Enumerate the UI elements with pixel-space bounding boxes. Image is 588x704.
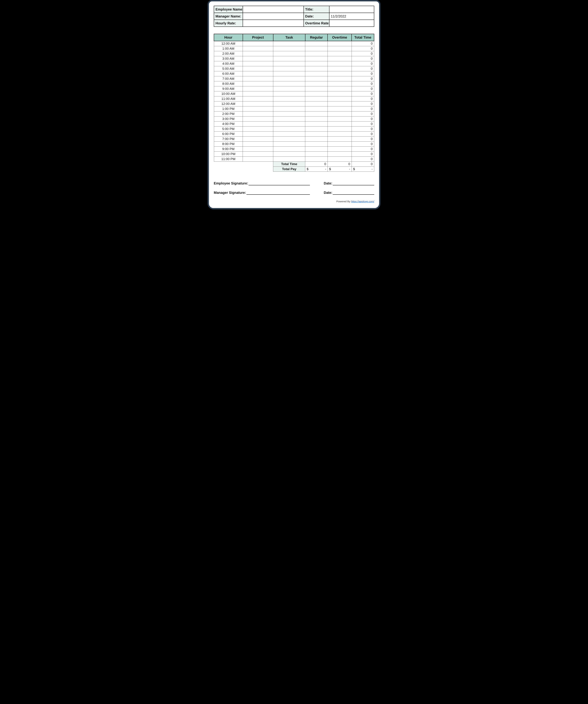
cell-task[interactable]: [273, 81, 305, 86]
cell-overtime[interactable]: [328, 61, 351, 66]
cell-project[interactable]: [243, 146, 273, 152]
emp-sign-line[interactable]: [249, 181, 310, 185]
cell-overtime[interactable]: [328, 131, 351, 136]
cell-regular[interactable]: [305, 81, 328, 86]
mgr-sign-date-line[interactable]: [333, 190, 374, 195]
cell-project[interactable]: [243, 101, 273, 106]
cell-task[interactable]: [273, 56, 305, 61]
cell-regular[interactable]: [305, 76, 328, 81]
cell-overtime[interactable]: [328, 46, 351, 51]
cell-overtime[interactable]: [328, 136, 351, 141]
cell-project[interactable]: [243, 116, 273, 121]
cell-project[interactable]: [243, 56, 273, 61]
cell-overtime[interactable]: [328, 126, 351, 131]
cell-regular[interactable]: [305, 71, 328, 76]
cell-project[interactable]: [243, 136, 273, 141]
emp-name-value[interactable]: [243, 6, 304, 13]
cell-task[interactable]: [273, 61, 305, 66]
cell-project[interactable]: [243, 131, 273, 136]
cell-regular[interactable]: [305, 56, 328, 61]
cell-regular[interactable]: [305, 152, 328, 157]
cell-overtime[interactable]: [328, 66, 351, 71]
cell-regular[interactable]: [305, 111, 328, 116]
cell-task[interactable]: [273, 131, 305, 136]
cell-task[interactable]: [273, 91, 305, 96]
cell-overtime[interactable]: [328, 96, 351, 101]
cell-regular[interactable]: [305, 121, 328, 126]
cell-regular[interactable]: [305, 116, 328, 121]
cell-task[interactable]: [273, 41, 305, 46]
cell-task[interactable]: [273, 51, 305, 56]
emp-sign-date-line[interactable]: [333, 181, 374, 185]
cell-overtime[interactable]: [328, 146, 351, 152]
cell-task[interactable]: [273, 146, 305, 152]
cell-regular[interactable]: [305, 141, 328, 146]
cell-task[interactable]: [273, 71, 305, 76]
cell-project[interactable]: [243, 86, 273, 91]
cell-regular[interactable]: [305, 46, 328, 51]
cell-regular[interactable]: [305, 86, 328, 91]
cell-task[interactable]: [273, 126, 305, 131]
cell-regular[interactable]: [305, 136, 328, 141]
cell-project[interactable]: [243, 71, 273, 76]
cell-overtime[interactable]: [328, 157, 351, 162]
cell-regular[interactable]: [305, 41, 328, 46]
cell-project[interactable]: [243, 96, 273, 101]
cell-regular[interactable]: [305, 51, 328, 56]
cell-project[interactable]: [243, 141, 273, 146]
cell-project[interactable]: [243, 61, 273, 66]
cell-task[interactable]: [273, 116, 305, 121]
cell-overtime[interactable]: [328, 106, 351, 111]
date-value[interactable]: 11/2/2022: [329, 13, 374, 20]
cell-overtime[interactable]: [328, 91, 351, 96]
cell-overtime[interactable]: [328, 152, 351, 157]
orate-value[interactable]: [329, 20, 374, 26]
cell-project[interactable]: [243, 66, 273, 71]
cell-project[interactable]: [243, 157, 273, 162]
cell-regular[interactable]: [305, 91, 328, 96]
cell-regular[interactable]: [305, 61, 328, 66]
cell-task[interactable]: [273, 136, 305, 141]
cell-task[interactable]: [273, 66, 305, 71]
cell-project[interactable]: [243, 106, 273, 111]
cell-project[interactable]: [243, 126, 273, 131]
cell-regular[interactable]: [305, 66, 328, 71]
cell-regular[interactable]: [305, 126, 328, 131]
cell-task[interactable]: [273, 86, 305, 91]
cell-overtime[interactable]: [328, 51, 351, 56]
cell-task[interactable]: [273, 152, 305, 157]
cell-task[interactable]: [273, 106, 305, 111]
cell-regular[interactable]: [305, 101, 328, 106]
cell-overtime[interactable]: [328, 141, 351, 146]
cell-overtime[interactable]: [328, 71, 351, 76]
footer-link[interactable]: https://apploye.com/: [351, 200, 374, 203]
cell-overtime[interactable]: [328, 86, 351, 91]
cell-overtime[interactable]: [328, 56, 351, 61]
mgr-name-value[interactable]: [243, 13, 304, 20]
cell-task[interactable]: [273, 111, 305, 116]
cell-overtime[interactable]: [328, 41, 351, 46]
cell-project[interactable]: [243, 76, 273, 81]
title-value[interactable]: [329, 6, 374, 13]
cell-project[interactable]: [243, 152, 273, 157]
cell-task[interactable]: [273, 121, 305, 126]
cell-project[interactable]: [243, 81, 273, 86]
cell-project[interactable]: [243, 111, 273, 116]
cell-project[interactable]: [243, 121, 273, 126]
cell-task[interactable]: [273, 141, 305, 146]
cell-regular[interactable]: [305, 131, 328, 136]
mgr-sign-line[interactable]: [247, 190, 310, 195]
cell-task[interactable]: [273, 101, 305, 106]
cell-overtime[interactable]: [328, 101, 351, 106]
cell-overtime[interactable]: [328, 111, 351, 116]
cell-regular[interactable]: [305, 157, 328, 162]
cell-regular[interactable]: [305, 106, 328, 111]
cell-task[interactable]: [273, 96, 305, 101]
cell-regular[interactable]: [305, 146, 328, 152]
cell-overtime[interactable]: [328, 116, 351, 121]
cell-regular[interactable]: [305, 96, 328, 101]
hrate-value[interactable]: [243, 20, 304, 26]
cell-task[interactable]: [273, 46, 305, 51]
cell-overtime[interactable]: [328, 76, 351, 81]
cell-project[interactable]: [243, 91, 273, 96]
